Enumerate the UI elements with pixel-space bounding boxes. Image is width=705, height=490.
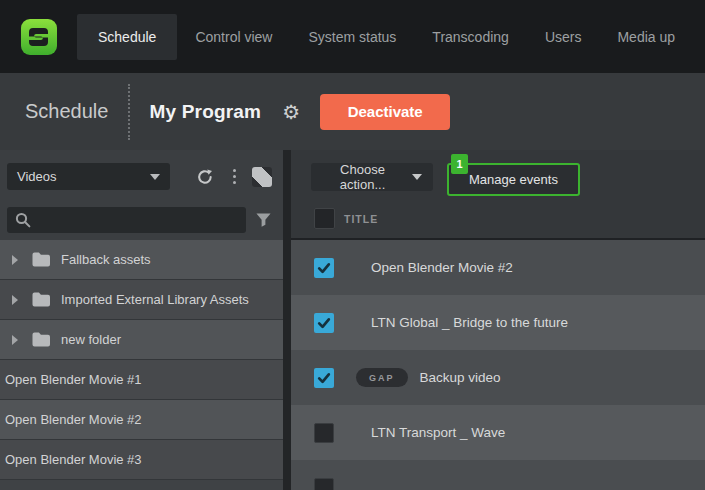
playlist-panel: Choose action... 1 Manage events TITLE [291, 150, 705, 490]
table-row[interactable]: Open Blender Movie #2 [291, 240, 705, 295]
folder-icon [31, 291, 51, 308]
checkmark-icon [316, 370, 332, 386]
selection-count-badge: 1 [451, 154, 468, 174]
tab-media-upload[interactable]: Media up [599, 14, 693, 60]
program-title: My Program [149, 101, 261, 123]
refresh-icon[interactable] [196, 168, 214, 186]
chevron-down-icon [150, 174, 160, 180]
folder-name: Imported External Library Assets [61, 292, 249, 307]
tab-transcoding[interactable]: Transcoding [414, 14, 527, 60]
row-title: Backup video [420, 370, 501, 385]
row-title: LTN Transport _ Wave [371, 425, 505, 440]
gap-badge: GAP [356, 368, 408, 387]
library-header: Videos [0, 150, 283, 240]
tab-control-view[interactable]: Control view [177, 14, 290, 60]
row-title: Open Blender Movie #2 [371, 260, 513, 275]
panel-divider[interactable] [283, 150, 291, 490]
media-type-value: Videos [17, 169, 57, 184]
tab-system-status[interactable]: System status [290, 14, 414, 60]
checkmark-icon [316, 260, 332, 276]
dotted-divider [128, 84, 130, 140]
app-window: Schedule Control view System status Tran… [0, 0, 705, 490]
main-area: Videos [0, 150, 705, 490]
row-checkbox[interactable] [314, 478, 334, 490]
row-checkbox[interactable] [314, 258, 334, 278]
kebab-menu-icon[interactable] [233, 169, 236, 184]
folder-row[interactable]: Imported External Library Assets [0, 280, 283, 320]
checkmark-icon [316, 315, 332, 331]
choose-action-label: Choose action... [322, 162, 403, 192]
tab-users[interactable]: Users [527, 14, 600, 60]
media-item-name: Open Blender Movie #2 [5, 412, 142, 427]
folder-name: Fallback assets [61, 252, 151, 267]
library-list-empty-space [0, 480, 283, 490]
breadcrumb: Schedule [25, 100, 108, 123]
playlist-rows: Open Blender Movie #2 LTN Global _ Bridg… [291, 240, 705, 490]
chevron-down-icon [412, 174, 422, 180]
table-row[interactable]: LTN Global _ Bridge to the future [291, 295, 705, 350]
app-logo-icon[interactable] [20, 18, 58, 56]
search-input[interactable] [38, 213, 228, 228]
search-icon [15, 212, 31, 228]
manage-events-button[interactable]: 1 Manage events [447, 163, 580, 196]
row-checkbox[interactable] [314, 423, 334, 443]
top-navbar: Schedule Control view System status Tran… [0, 0, 705, 73]
nav-tabs: Schedule Control view System status Tran… [77, 0, 693, 73]
folder-row[interactable]: new folder [0, 320, 283, 360]
row-checkbox[interactable] [314, 368, 334, 388]
media-item-row[interactable]: Open Blender Movie #2 [0, 400, 283, 440]
caret-right-icon[interactable] [12, 295, 18, 305]
select-all-checkbox[interactable] [314, 208, 335, 229]
table-row[interactable]: LTN Transport _ Wave [291, 405, 705, 460]
caret-right-icon[interactable] [12, 255, 18, 265]
deactivate-button[interactable]: Deactivate [320, 94, 450, 130]
library-list: Fallback assets Imported External Librar… [0, 240, 283, 490]
folder-icon [31, 331, 51, 348]
media-item-row[interactable]: Open Blender Movie #1 [0, 360, 283, 400]
folder-row[interactable]: Fallback assets [0, 240, 283, 280]
manage-events-label: Manage events [469, 172, 558, 187]
media-item-name: Open Blender Movie #1 [5, 372, 142, 387]
folder-icon [31, 251, 51, 268]
media-library-panel: Videos [0, 150, 283, 490]
table-row[interactable] [291, 460, 705, 490]
media-item-name: Open Blender Movie #3 [5, 452, 142, 467]
expand-panel-icon[interactable] [252, 167, 272, 187]
gear-icon[interactable]: ⚙ [282, 102, 300, 122]
folder-name: new folder [61, 332, 121, 347]
filter-icon[interactable] [255, 212, 272, 228]
media-type-dropdown[interactable]: Videos [7, 163, 170, 190]
search-box[interactable] [7, 207, 246, 233]
choose-action-dropdown[interactable]: Choose action... [311, 163, 433, 191]
media-item-row[interactable]: Open Blender Movie #3 [0, 440, 283, 480]
tab-schedule[interactable]: Schedule [77, 14, 177, 60]
table-row[interactable]: GAP Backup video [291, 350, 705, 405]
caret-right-icon[interactable] [12, 335, 18, 345]
row-title: LTN Global _ Bridge to the future [371, 315, 568, 330]
row-checkbox[interactable] [314, 313, 334, 333]
program-toolbar: Schedule My Program ⚙ Deactivate [0, 73, 705, 150]
column-header-title: TITLE [344, 213, 378, 225]
playlist-header: Choose action... 1 Manage events TITLE [291, 150, 705, 240]
